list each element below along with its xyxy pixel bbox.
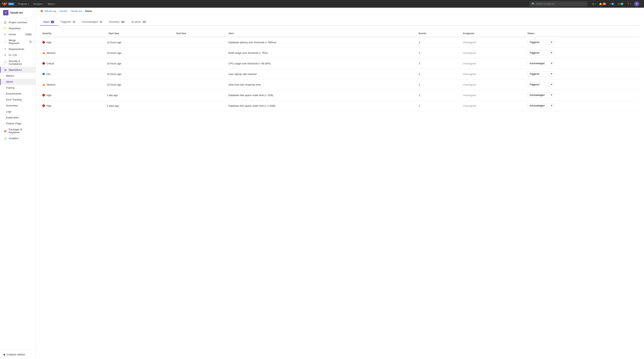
projects-chevron-icon: ▾	[28, 3, 29, 5]
col-events: Events	[416, 30, 460, 37]
sidebar-item-logs[interactable]: Logs	[0, 108, 35, 114]
alert-tabs: Open7Triggered4Acknowledged3Resolved20Al…	[40, 18, 640, 26]
more-menu-button[interactable]: More ▾	[46, 2, 57, 6]
page-content: Open7Triggered4Acknowledged3Resolved20Al…	[36, 14, 644, 115]
cell-alert: RAM usage over threshold (> 75%)	[226, 48, 416, 58]
breadcrumb-monitor[interactable]: monitor	[59, 10, 68, 12]
tab-all-alerts[interactable]: All alerts27	[128, 18, 150, 26]
cell-status[interactable]: TriggeredAcknowledgedResolved	[525, 58, 640, 69]
col-assignees: Assignees	[460, 30, 525, 37]
col-status: Status	[525, 30, 640, 37]
user-menu-button[interactable]: U ▾	[633, 0, 642, 7]
alerts-table: Severity ↓ Start time End time Alert Eve…	[40, 30, 640, 111]
groups-menu-button[interactable]: Groups ▾	[32, 2, 45, 6]
operations-submenu: Metrics Alerts Tracing Environments Erro…	[0, 73, 35, 126]
status-select[interactable]: TriggeredAcknowledgedResolved	[527, 61, 554, 66]
cell-status[interactable]: TriggeredAcknowledgedResolved	[525, 79, 640, 90]
gitlab-breadcrumb-icon: 🦊	[40, 10, 43, 12]
merge-icon: ⑂	[609, 2, 611, 6]
projects-menu-button[interactable]: Projects ▾	[16, 2, 30, 6]
breadcrumb-tanuki-inc[interactable]: Tanuki Inc	[71, 10, 82, 12]
cell-status[interactable]: TriggeredAcknowledgedResolved	[525, 37, 640, 48]
cell-events: 1	[416, 100, 460, 111]
sidebar-item-project-overview[interactable]: 🏠 Project overview	[0, 20, 35, 25]
table-row: Info 15 hours ago User signup rate reduc…	[40, 69, 640, 79]
sidebar-item-tracing[interactable]: Tracing	[0, 85, 35, 91]
breadcrumb: 🦊 GitLab.org › monitor › Tanuki Inc › Al…	[36, 8, 644, 14]
cell-alert: Slow end-user response time	[226, 79, 416, 90]
sidebar-item-merge-requests[interactable]: ⑂ Merge Requests 1	[0, 37, 35, 46]
org-header: T Tanuki Inc	[0, 8, 35, 18]
sidebar-item-environments[interactable]: Environments	[0, 91, 35, 97]
status-select[interactable]: TriggeredAcknowledgedResolved	[527, 40, 554, 45]
collapse-sidebar-button[interactable]: ◀ Collapse sidebar	[0, 352, 35, 358]
status-select[interactable]: TriggeredAcknowledgedResolved	[527, 93, 554, 98]
help-button[interactable]: ❓ ▾	[626, 2, 632, 6]
cell-end-time	[174, 79, 226, 90]
sidebar-item-repository[interactable]: 📁 Repository	[0, 25, 35, 31]
cell-alert: Database latency over threshold (> 500ms…	[226, 37, 416, 48]
sidebar-item-kubernetes[interactable]: Kubernetes	[0, 114, 35, 120]
cell-assignees: Unassigned	[460, 37, 525, 48]
security-icon: 🛡	[4, 61, 7, 64]
sidebar-bottom: ◀ Collapse sidebar	[0, 350, 35, 359]
cell-start-time: 15 hours ago	[104, 37, 174, 48]
help-icon: ❓	[627, 2, 630, 6]
tab-acknowledged[interactable]: Acknowledged3	[79, 18, 106, 26]
sidebar-item-metrics[interactable]: Metrics	[0, 73, 35, 79]
col-end-time: End time	[174, 30, 226, 37]
sidebar-item-serverless[interactable]: Serverless	[0, 103, 35, 108]
cell-end-time	[174, 48, 226, 58]
merge-requests-button[interactable]: ⑂ 9	[608, 2, 615, 6]
sidebar-nav: 🏠 Project overview 📁 Repository ⊙ Issues…	[0, 18, 35, 350]
cell-status[interactable]: TriggeredAcknowledgedResolved	[525, 48, 640, 58]
todo-icon: ☑	[617, 2, 620, 6]
bell-icon: 🔔	[599, 2, 602, 6]
col-severity: Severity	[40, 30, 104, 37]
cell-start-time: 15 hours ago	[104, 58, 174, 69]
col-start-time[interactable]: ↓ Start time	[104, 30, 174, 37]
cell-alert: User signup rate reduced	[226, 69, 416, 79]
groups-chevron-icon: ▾	[42, 3, 43, 5]
todos-button[interactable]: ☑ 19	[616, 2, 625, 6]
sidebar-item-analytics[interactable]: 📊 Analytics	[0, 135, 35, 141]
cell-status[interactable]: TriggeredAcknowledgedResolved	[525, 90, 640, 100]
breadcrumb-gitlabOrg[interactable]: GitLab.org	[44, 10, 56, 12]
main-content: 🦊 GitLab.org › monitor › Tanuki Inc › Al…	[36, 8, 644, 359]
cell-status[interactable]: TriggeredAcknowledgedResolved	[525, 69, 640, 79]
tab-open[interactable]: Open7	[40, 18, 57, 26]
sidebar-item-operations[interactable]: ◎ Operations	[0, 67, 35, 73]
sidebar-item-requirements[interactable]: ≡ Requirements	[0, 46, 35, 52]
status-select[interactable]: TriggeredAcknowledgedResolved	[527, 82, 554, 87]
cell-assignees: Unassigned	[460, 90, 525, 100]
sidebar-item-security[interactable]: 🛡 Security & Compliance	[0, 58, 35, 67]
sidebar-item-issues[interactable]: ⊙ Issues 1,563	[0, 31, 35, 37]
nav-icons: ➕ ▾ 🔔 46 ⑂ 9 ☑ 19 ❓ ▾ U ▾	[590, 0, 642, 7]
sidebar-item-cicd[interactable]: ↻ CI / CD	[0, 52, 35, 58]
sidebar-item-alerts[interactable]: Alerts	[0, 79, 35, 85]
status-select[interactable]: TriggeredAcknowledgedResolved	[527, 103, 554, 108]
sidebar-item-packages[interactable]: 📦 Packages & Registries	[0, 126, 35, 135]
gitlab-next-badge: Next	[8, 2, 14, 6]
table-row: High 2 days ago Database free space unde…	[40, 100, 640, 111]
table-row: Critical 15 hours ago CPU usage over thr…	[40, 58, 640, 69]
status-select[interactable]: TriggeredAcknowledgedResolved	[527, 50, 554, 55]
operations-icon: ◎	[4, 68, 7, 71]
cell-events: 1	[416, 58, 460, 69]
cell-severity: High	[40, 37, 104, 48]
notifications-button[interactable]: 🔔 46	[598, 2, 607, 6]
col-alert: Alert	[226, 30, 416, 37]
tab-resolved[interactable]: Resolved20	[106, 18, 128, 26]
breadcrumb-current: Alerts	[85, 10, 92, 12]
search-bar[interactable]: 🔍 Search or jump to...	[530, 2, 587, 6]
tab-triggered[interactable]: Triggered4	[57, 18, 79, 26]
sidebar-item-feature-flags[interactable]: Feature Flags	[0, 120, 35, 126]
sidebar-item-error-tracking[interactable]: Error Tracking	[0, 97, 35, 103]
cell-start-time: 15 hours ago	[104, 79, 174, 90]
status-select[interactable]: TriggeredAcknowledgedResolved	[527, 72, 554, 76]
new-item-button[interactable]: ➕ ▾	[590, 2, 597, 6]
cell-assignees: Unassigned	[460, 79, 525, 90]
collapse-icon: ◀	[3, 353, 5, 356]
cell-status[interactable]: TriggeredAcknowledgedResolved	[525, 100, 640, 111]
gitlab-logo: Next	[2, 2, 14, 6]
